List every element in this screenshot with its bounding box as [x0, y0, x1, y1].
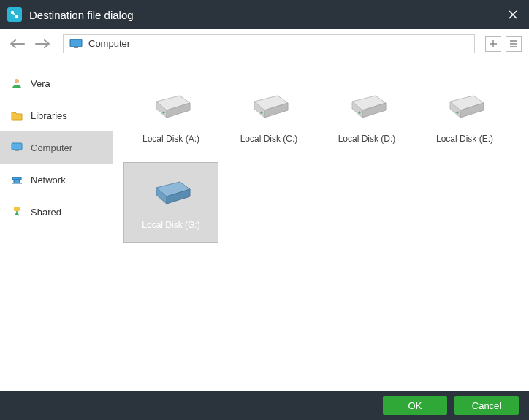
sidebar-item-libraries[interactable]: Libraries — [0, 99, 113, 131]
new-folder-icon — [489, 39, 498, 48]
drive-label: Local Disk (A:) — [142, 134, 199, 144]
close-button[interactable] — [504, 6, 522, 23]
toolbar: Computer — [0, 29, 529, 58]
drive-label: Local Disk (C:) — [240, 134, 298, 144]
back-icon — [9, 39, 26, 49]
drive-label: Local Disk (E:) — [436, 134, 493, 144]
window-title: Destination file dialog — [29, 9, 504, 21]
back-button[interactable] — [7, 34, 28, 54]
drive-item[interactable]: Local Disk (E:) — [417, 76, 512, 156]
sidebar-item-vera[interactable]: Vera — [0, 67, 113, 99]
view-mode-icon — [509, 39, 518, 48]
location-bar[interactable]: Computer — [63, 34, 475, 53]
sidebar-item-label: Vera — [31, 78, 50, 89]
sidebar-item-label: Computer — [31, 142, 72, 153]
app-icon — [7, 7, 22, 22]
drive-item[interactable]: Local Disk (D:) — [319, 76, 414, 156]
sidebar-item-label: Libraries — [31, 110, 67, 121]
new-folder-button[interactable] — [485, 36, 501, 52]
folder-icon — [10, 109, 23, 122]
dialog-body: Vera Libraries Computer Network Shared — [0, 58, 529, 391]
drive-icon — [148, 175, 194, 210]
svg-rect-7 — [14, 207, 20, 211]
drive-label: Local Disk (D:) — [338, 134, 396, 144]
drive-item[interactable]: Local Disk (C:) — [221, 76, 316, 156]
svg-rect-6 — [15, 150, 19, 151]
svg-rect-3 — [74, 47, 78, 48]
cancel-button[interactable]: Cancel — [454, 396, 519, 415]
sidebar-item-label: Shared — [31, 207, 61, 218]
svg-point-19 — [358, 111, 360, 113]
svg-rect-2 — [70, 39, 82, 47]
monitor-icon — [69, 39, 83, 49]
location-text: Computer — [88, 38, 130, 49]
svg-point-23 — [456, 111, 458, 113]
file-grid: Local Disk (A:)Local Disk (C:)Local Disk… — [113, 58, 529, 391]
sidebar: Vera Libraries Computer Network Shared — [0, 58, 113, 391]
sidebar-item-shared[interactable]: Shared — [0, 196, 113, 228]
drive-icon — [148, 88, 194, 123]
svg-point-11 — [162, 111, 164, 113]
view-mode-button[interactable] — [506, 36, 522, 52]
close-icon — [508, 9, 518, 20]
sidebar-item-computer[interactable]: Computer — [0, 131, 113, 164]
forward-button[interactable] — [32, 34, 53, 54]
monitor-icon — [10, 141, 23, 154]
shared-icon — [10, 205, 23, 218]
drive-icon — [246, 88, 292, 123]
drive-label: Local Disk (G:) — [142, 220, 199, 230]
svg-rect-5 — [12, 143, 22, 150]
svg-point-15 — [260, 111, 262, 113]
dialog-footer: OK Cancel — [0, 391, 529, 420]
user-icon — [10, 77, 23, 90]
sidebar-item-label: Network — [31, 175, 66, 186]
drive-icon — [343, 88, 390, 123]
svg-point-4 — [15, 79, 19, 83]
sidebar-item-network[interactable]: Network — [0, 164, 113, 196]
ok-button[interactable]: OK — [383, 396, 447, 415]
network-icon — [10, 173, 23, 186]
drive-item[interactable]: Local Disk (A:) — [123, 76, 218, 156]
title-bar: Destination file dialog — [0, 0, 529, 29]
forward-icon — [34, 39, 50, 49]
drive-item[interactable]: Local Disk (G:) — [123, 162, 218, 243]
drive-icon — [441, 88, 488, 123]
